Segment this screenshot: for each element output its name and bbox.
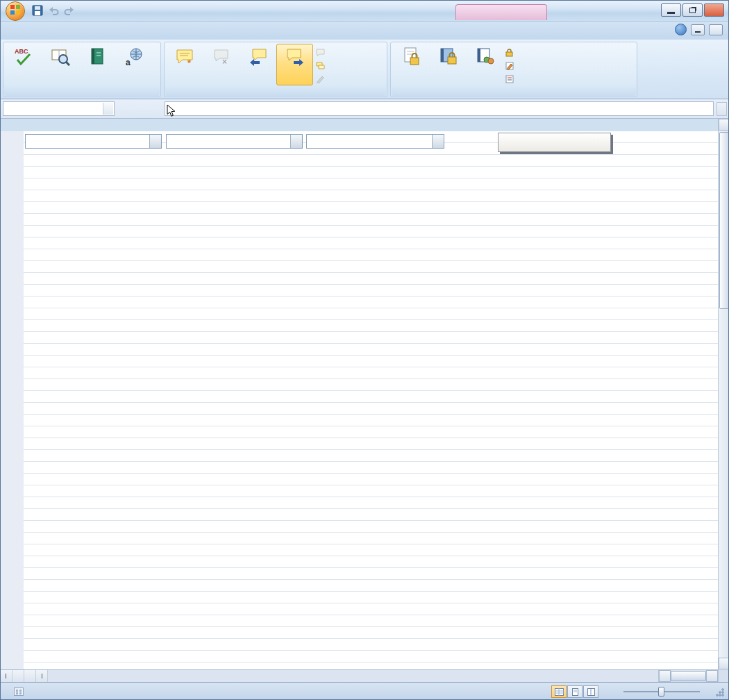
- previous-sheet-button[interactable]: [12, 670, 24, 682]
- vertical-scrollbar[interactable]: [718, 119, 729, 669]
- changes-group: [390, 42, 637, 97]
- workbook-close-button[interactable]: [709, 24, 723, 35]
- office-button[interactable]: [6, 1, 25, 21]
- show-all-comments-button[interactable]: [316, 60, 328, 72]
- scroll-left-button[interactable]: [659, 670, 671, 682]
- restore-button[interactable]: [682, 3, 703, 17]
- next-sheet-button[interactable]: [24, 670, 36, 682]
- translate-button[interactable]: a: [115, 44, 152, 85]
- choose-fields-button[interactable]: [498, 133, 611, 152]
- research-icon: [51, 46, 70, 67]
- grid-body[interactable]: [24, 131, 718, 669]
- mouse-cursor: [167, 104, 176, 117]
- minimize-button[interactable]: [661, 3, 681, 17]
- horizontal-scroll-thumb[interactable]: [671, 671, 706, 681]
- record-macro-icon[interactable]: [13, 688, 24, 697]
- office-logo-icon: [10, 4, 21, 18]
- redo-icon[interactable]: [63, 4, 76, 17]
- scroll-up-button[interactable]: [719, 119, 729, 131]
- formula-bar: [1, 99, 728, 119]
- sheet-tab-bar: [1, 669, 718, 682]
- minimize-icon: [667, 12, 675, 14]
- spelling-button[interactable]: ABC: [5, 44, 42, 85]
- delete-comment-button[interactable]: ×: [203, 44, 240, 85]
- new-comment-button[interactable]: *: [166, 44, 203, 85]
- thesaurus-button[interactable]: [78, 44, 115, 85]
- protect-sheet-icon: [401, 46, 421, 67]
- excel-window: ABC a: [0, 0, 729, 700]
- share-workbook-button[interactable]: [466, 44, 503, 85]
- quick-access-toolbar: [31, 4, 79, 17]
- first-sheet-button[interactable]: [1, 670, 12, 682]
- protect-sheet-button[interactable]: [392, 44, 429, 85]
- next-comment-button[interactable]: [276, 44, 313, 85]
- ribbon-tab-row: [1, 22, 728, 40]
- filter-combo-2-value: [167, 135, 290, 148]
- vertical-scroll-thumb[interactable]: [719, 132, 729, 309]
- previous-comment-icon: [249, 46, 268, 67]
- zoom-slider[interactable]: [623, 691, 700, 692]
- track-changes-icon: [505, 75, 514, 83]
- svg-text:ABC: ABC: [15, 48, 28, 55]
- workbook-minimize-button[interactable]: [691, 24, 705, 35]
- zoom-slider-thumb[interactable]: [658, 687, 664, 697]
- restore-icon: [689, 8, 696, 13]
- page-break-preview-button[interactable]: [583, 685, 598, 698]
- title-bar: [1, 1, 728, 22]
- filter-combo-system-value: [26, 135, 149, 148]
- track-changes-button[interactable]: [505, 73, 521, 85]
- view-shortcuts: [551, 685, 598, 698]
- show-ink-button[interactable]: [316, 73, 328, 85]
- last-sheet-button[interactable]: [36, 670, 48, 682]
- status-bar: [1, 682, 729, 700]
- scrollbar-corner: [718, 669, 729, 682]
- translate-icon: a: [124, 46, 144, 67]
- horizontal-scrollbar[interactable]: [658, 670, 718, 682]
- filter-combo-3-dropdown-icon[interactable]: [432, 135, 444, 148]
- protect-and-share-workbook-button[interactable]: [505, 47, 521, 58]
- spelling-icon: ABC: [14, 46, 33, 67]
- close-button[interactable]: [704, 3, 724, 17]
- filter-combo-system[interactable]: [25, 134, 162, 149]
- proofing-group: ABC a: [3, 42, 161, 97]
- pivottable-tools-label: [455, 4, 547, 20]
- first-sheet-icon: [6, 674, 6, 678]
- research-button[interactable]: [42, 44, 78, 85]
- page-layout-view-button[interactable]: [567, 685, 583, 698]
- undo-icon[interactable]: [47, 4, 60, 17]
- name-box[interactable]: [3, 101, 115, 116]
- formula-input[interactable]: [165, 101, 714, 116]
- show-ink-icon: [316, 75, 325, 83]
- previous-comment-button[interactable]: [240, 44, 276, 85]
- filter-combo-system-dropdown-icon[interactable]: [149, 135, 161, 148]
- resize-grip[interactable]: [715, 688, 724, 697]
- filter-combo-2-dropdown-icon[interactable]: [290, 135, 302, 148]
- name-box-dropdown-icon[interactable]: [103, 103, 113, 115]
- last-sheet-icon: [42, 674, 42, 678]
- protect-workbook-icon: [438, 46, 458, 67]
- svg-text:a: a: [126, 58, 131, 66]
- window-controls: [661, 3, 724, 17]
- filter-combo-3[interactable]: [306, 134, 444, 149]
- protect-workbook-button[interactable]: [429, 44, 466, 85]
- proofing-group-label: [4, 86, 160, 96]
- scroll-right-button[interactable]: [706, 670, 718, 682]
- allow-users-edit-ranges-icon: [505, 62, 514, 70]
- pivot-table: [24, 131, 718, 669]
- expand-formula-bar-icon[interactable]: [717, 102, 727, 116]
- column-header-row: [1, 119, 718, 131]
- show-hide-comment-icon: [316, 49, 325, 57]
- show-hide-comment-button[interactable]: [316, 47, 328, 58]
- show-all-comments-icon: [316, 62, 325, 70]
- help-icon[interactable]: [675, 24, 687, 35]
- ribbon-tab-strip: [35, 22, 728, 40]
- workbook-minimize-icon: [695, 31, 701, 33]
- normal-view-button[interactable]: [551, 685, 567, 698]
- row-header-column: [1, 131, 24, 669]
- filter-combo-2[interactable]: [166, 134, 303, 149]
- allow-users-edit-ranges-button[interactable]: [505, 60, 521, 72]
- save-icon[interactable]: [31, 4, 44, 17]
- scroll-down-button[interactable]: [719, 658, 729, 669]
- comments-group: * ×: [164, 42, 387, 97]
- svg-text:×: ×: [222, 57, 227, 65]
